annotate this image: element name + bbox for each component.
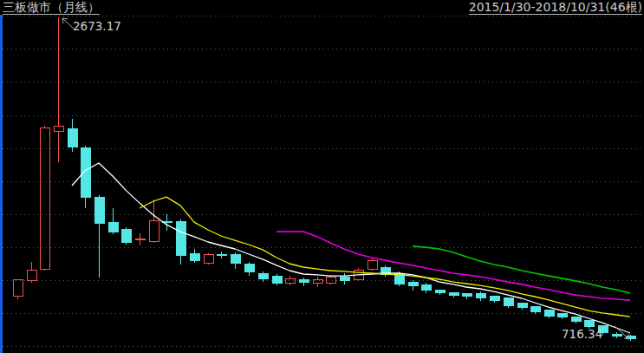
candle-up[interactable] (313, 277, 322, 287)
candle-up[interactable] (27, 262, 36, 283)
candle-down[interactable] (94, 195, 105, 278)
chart-left-frame (0, 15, 3, 353)
candle-down[interactable] (476, 291, 486, 301)
candle-up[interactable] (135, 233, 145, 245)
candle-down[interactable] (299, 278, 309, 286)
candle-down[interactable] (421, 283, 432, 293)
candle-down[interactable] (176, 219, 186, 265)
candle-up[interactable] (149, 199, 159, 243)
chart-header: 三板做市（月线） 2015/1/30-2018/10/31(46根) (0, 0, 644, 16)
ma5-line (72, 163, 630, 333)
candle-down[interactable] (544, 310, 555, 318)
candle-down[interactable] (462, 293, 472, 299)
candle-up[interactable] (204, 253, 213, 265)
candle-down[interactable] (504, 297, 514, 308)
candle-down[interactable] (530, 306, 541, 314)
candle-down[interactable] (81, 146, 91, 208)
last-price-label: 716.34 (562, 327, 602, 341)
candlestick-chart-canvas[interactable]: 2673.17716.34 (0, 0, 644, 353)
candle-down[interactable] (612, 332, 622, 338)
candle-down[interactable] (490, 296, 500, 303)
candle-up[interactable] (368, 258, 377, 271)
candle-down[interactable] (244, 262, 255, 276)
candle-down[interactable] (190, 249, 200, 263)
candle-down[interactable] (381, 265, 391, 277)
candle-down[interactable] (108, 208, 119, 234)
stock-chart-window: 三板做市（月线） 2015/1/30-2018/10/31(46根) 2673.… (0, 0, 644, 353)
candle-down[interactable] (340, 273, 350, 284)
candle-down[interactable] (272, 274, 283, 285)
ma30-line (413, 246, 630, 293)
candle-down[interactable] (217, 252, 227, 258)
candle-down[interactable] (435, 290, 446, 295)
candle-down[interactable] (626, 335, 636, 341)
candle-down[interactable] (571, 317, 582, 324)
candle-down[interactable] (408, 280, 419, 291)
chart-title[interactable]: 三板做市（月线） (3, 0, 100, 15)
candle-down[interactable] (121, 227, 132, 245)
candle-up[interactable] (40, 126, 49, 271)
ma20-line (276, 232, 630, 300)
candle-down[interactable] (231, 252, 241, 269)
candle-up[interactable] (13, 280, 23, 299)
candle-down[interactable] (517, 303, 528, 310)
candle-up[interactable] (54, 17, 63, 162)
peak-price-label: 2673.17 (73, 19, 121, 33)
candle-down[interactable] (258, 271, 269, 282)
candle-down[interactable] (557, 313, 568, 319)
date-range-label[interactable]: 2015/1/30-2018/10/31(46根) (469, 0, 642, 15)
candle-down[interactable] (449, 292, 459, 297)
candle-down[interactable] (68, 119, 78, 152)
